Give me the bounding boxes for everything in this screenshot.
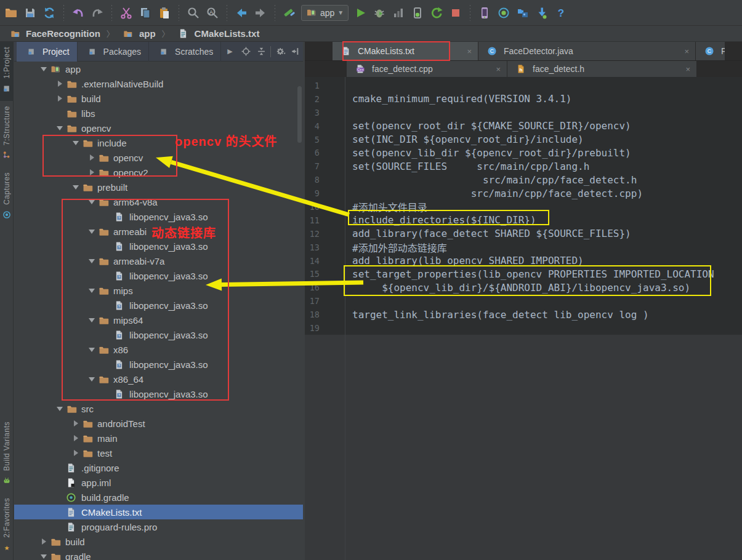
tree-row-src[interactable]: src	[14, 401, 303, 416]
chevron-expanded-icon[interactable]	[54, 126, 66, 130]
forward-icon[interactable]	[253, 6, 268, 20]
code-line-8[interactable]: 8 src/main/cpp/face_detect.h	[305, 173, 742, 186]
apply-changes-icon[interactable]	[429, 6, 444, 20]
close-tab-icon[interactable]: ×	[685, 65, 690, 74]
project-tree-scrollbar[interactable]	[297, 86, 302, 143]
tree-row-libopencv-java3-so[interactable]: ?libopencv_java3.so	[14, 298, 303, 313]
code-line-16[interactable]: 16 ${opencv_lib_dir}/${ANDROID_ABI}/libo…	[305, 281, 742, 294]
chevron-expanded-icon[interactable]	[86, 348, 98, 352]
cut-icon[interactable]	[119, 6, 134, 20]
run-icon[interactable]	[353, 6, 368, 20]
editor-tab-cmakelists-txt[interactable]: CMakeLists.txt×	[333, 42, 478, 60]
code-line-17[interactable]: 17	[305, 294, 742, 308]
panel-tabs-expand-icon[interactable]: ▶	[221, 47, 238, 55]
chevron-expanded-icon[interactable]	[70, 141, 82, 145]
tree-row-mips64[interactable]: mips64	[14, 313, 303, 327]
tree-row-armeabi[interactable]: armeabi	[14, 224, 303, 239]
tree-row-libopencv-java3-so[interactable]: ?libopencv_java3.so	[14, 327, 303, 342]
chevron-expanded-icon[interactable]	[38, 554, 50, 559]
tree-row-libs[interactable]: libs	[14, 106, 303, 121]
tree-row-include[interactable]: include	[14, 135, 303, 150]
chevron-collapsed-icon[interactable]	[70, 450, 82, 456]
settings-gear-icon[interactable]	[273, 45, 288, 58]
code-line-1[interactable]: 1	[305, 79, 742, 92]
chevron-expanded-icon[interactable]	[86, 289, 98, 293]
tree-row-opencv2[interactable]: opencv2	[14, 165, 303, 180]
run-configuration-select[interactable]: app ▼	[301, 5, 349, 21]
tree-row-build-gradle[interactable]: build.gradle	[14, 490, 303, 505]
editor-tab-face-detect-cpp[interactable]: C++face_detect.cpp×	[347, 61, 507, 77]
chevron-expanded-icon[interactable]	[54, 407, 66, 411]
code-line-4[interactable]: 4set(opencv_root_dir ${CMAKE_SOURCE_DIR}…	[305, 119, 742, 133]
tree-row-app[interactable]: app	[14, 62, 303, 76]
help-icon[interactable]: ?	[554, 6, 568, 20]
close-tab-icon[interactable]: ×	[496, 65, 501, 74]
panel-tab-project[interactable]: Project	[17, 42, 78, 62]
code-line-11[interactable]: 11include_directories(${INC_DIR})	[305, 214, 742, 227]
back-icon[interactable]	[234, 6, 249, 20]
tree-row-libopencv-java3-so[interactable]: ?libopencv_java3.so	[14, 209, 303, 224]
tree-row-arm64-v8a[interactable]: arm64-v8a	[14, 194, 303, 209]
redo-icon[interactable]	[90, 6, 105, 20]
code-line-2[interactable]: 2cmake_minimum_required(VERSION 3.4.1)	[305, 92, 742, 106]
tool-window-button-captures[interactable]: Captures	[0, 167, 14, 227]
chevron-expanded-icon[interactable]	[86, 200, 98, 204]
code-line-15[interactable]: 15set_target_properties(lib_opencv PROPE…	[305, 267, 742, 281]
code-line-18[interactable]: 18target_link_libraries(face_detect lib_…	[305, 308, 742, 321]
tree-row-androidtest[interactable]: androidTest	[14, 416, 303, 431]
code-line-3[interactable]: 3	[305, 106, 742, 119]
locate-icon[interactable]	[239, 45, 254, 58]
tree-row--gitignore[interactable]: .gitignore	[14, 460, 303, 475]
make-project-icon[interactable]	[282, 6, 297, 20]
panel-tab-scratches[interactable]: Scratches	[149, 42, 221, 62]
paste-icon[interactable]	[157, 6, 172, 20]
code-line-5[interactable]: 5set(INC_DIR ${opencv_root_dir}/include)	[305, 133, 742, 146]
sync-files-icon[interactable]	[42, 6, 57, 20]
open-project-icon[interactable]	[4, 6, 18, 20]
debug-icon[interactable]	[372, 6, 387, 20]
close-tab-icon[interactable]: ×	[684, 47, 689, 56]
tree-row-mips[interactable]: mips	[14, 283, 303, 298]
code-line-10[interactable]: 10#添加头文件目录	[305, 200, 742, 214]
code-line-9[interactable]: 9 src/main/cpp/face_detect.cpp)	[305, 186, 742, 200]
tree-row--externalnativebuild[interactable]: .externalNativeBuild	[14, 76, 303, 91]
code-line-12[interactable]: 12add_library(face_detect SHARED ${SOURC…	[305, 227, 742, 241]
tree-row-build[interactable]: build	[14, 91, 303, 106]
tree-row-test[interactable]: test	[14, 446, 303, 460]
find-icon[interactable]	[186, 6, 201, 20]
stop-icon[interactable]	[448, 6, 463, 20]
collapse-all-icon[interactable]	[254, 45, 268, 58]
editor-tab-face[interactable]: CFace	[696, 42, 725, 60]
tree-row-proguard-rules-pro[interactable]: proguard-rules.pro	[14, 519, 303, 534]
tree-row-app-iml[interactable]: app.iml	[14, 475, 303, 490]
tool-window-button-2-favorites[interactable]: 2:Favorites★	[0, 493, 14, 560]
tree-row-libopencv-java3-so[interactable]: ?libopencv_java3.so	[14, 239, 303, 254]
chevron-expanded-icon[interactable]	[70, 185, 82, 190]
tree-row-prebuilt[interactable]: prebuilt	[14, 180, 303, 194]
tree-row-opencv[interactable]: opencv	[14, 121, 303, 135]
code-editor[interactable]: 12cmake_minimum_required(VERSION 3.4.1)3…	[305, 77, 742, 560]
gradle-sync-icon[interactable]	[496, 6, 511, 20]
avd-manager-icon[interactable]	[477, 6, 492, 20]
chevron-expanded-icon[interactable]	[38, 67, 50, 71]
code-line-7[interactable]: 7set(SOURCE_FILES src/main/cpp/lang.h	[305, 159, 742, 173]
tree-row-libopencv-java3-so[interactable]: ?libopencv_java3.so	[14, 268, 303, 283]
tree-row-x86[interactable]: x86	[14, 342, 303, 357]
device-file-explorer-icon[interactable]	[534, 6, 549, 20]
chevron-collapsed-icon[interactable]	[54, 81, 66, 87]
code-line-13[interactable]: 13#添加外部动态链接库	[305, 241, 742, 254]
chevron-expanded-icon[interactable]	[86, 318, 98, 322]
chevron-collapsed-icon[interactable]	[86, 154, 98, 161]
hide-panel-icon[interactable]	[288, 45, 303, 58]
code-line-6[interactable]: 6set(opencv_lib_dir ${opencv_root_dir}/p…	[305, 146, 742, 159]
chevron-collapsed-icon[interactable]	[38, 538, 50, 545]
tree-row-gradle[interactable]: gradle	[14, 549, 303, 560]
breadcrumb-item[interactable]: app	[118, 26, 158, 41]
copy-icon[interactable]	[138, 6, 153, 20]
tool-window-button-build-variants[interactable]: Build Variants	[0, 417, 14, 493]
save-all-icon[interactable]	[23, 6, 38, 20]
chevron-expanded-icon[interactable]	[86, 230, 98, 234]
breadcrumb-item[interactable]: FaceRecognition	[5, 26, 103, 41]
attach-debugger-icon[interactable]	[410, 6, 425, 20]
tree-row-build[interactable]: build	[14, 534, 303, 549]
